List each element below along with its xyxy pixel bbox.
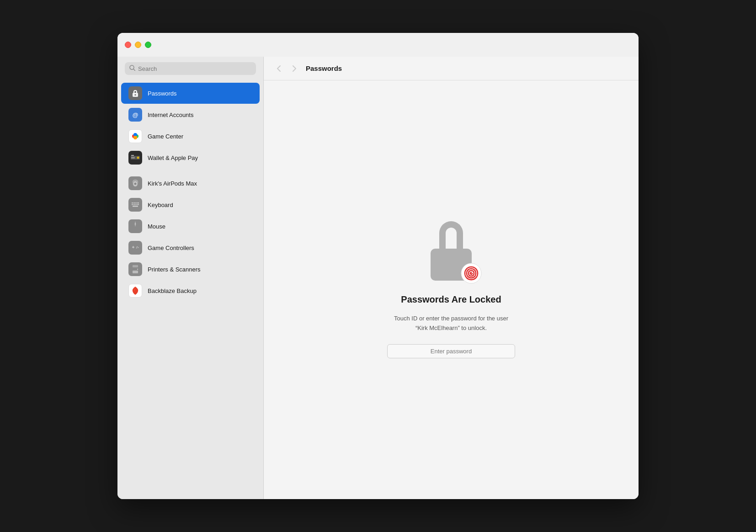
- sidebar-item-label-keyboard: Keyboard: [148, 202, 173, 208]
- sidebar-item-label-mouse: Mouse: [148, 223, 165, 230]
- svg-rect-21: [137, 202, 139, 203]
- sidebar-item-label-game-controllers: Game Controllers: [148, 245, 194, 251]
- backblaze-icon: [128, 284, 142, 298]
- sidebar-item-label-passwords: Passwords: [148, 90, 177, 97]
- game-center-icon: [128, 129, 142, 143]
- password-input[interactable]: [387, 344, 515, 358]
- printers-icon: [128, 262, 142, 276]
- svg-line-1: [133, 69, 135, 71]
- panel-header: Passwords: [264, 57, 639, 80]
- sidebar-divider-1: [117, 169, 263, 172]
- svg-point-9: [133, 136, 137, 139]
- locked-content: Passwords Are Locked Touch ID or enter t…: [264, 80, 639, 499]
- traffic-lights: [125, 42, 151, 48]
- svg-rect-24: [135, 204, 137, 205]
- svg-text:@: @: [133, 112, 138, 118]
- minimize-button[interactable]: [135, 42, 141, 48]
- search-input[interactable]: [138, 65, 251, 72]
- sidebar-item-mouse[interactable]: Mouse: [121, 216, 260, 237]
- svg-rect-35: [133, 271, 138, 273]
- svg-rect-36: [137, 269, 138, 270]
- sidebar-item-wallet[interactable]: Wallet & Apple Pay: [121, 147, 260, 168]
- password-input-wrapper: [387, 344, 515, 358]
- svg-rect-19: [133, 202, 135, 203]
- svg-point-3: [135, 94, 136, 96]
- locked-title: Passwords Are Locked: [401, 294, 501, 305]
- sidebar-list: Passwords @ Internet Accounts: [117, 79, 263, 499]
- svg-point-32: [136, 248, 137, 249]
- airpods-icon: [128, 176, 142, 190]
- sidebar-item-game-center[interactable]: Game Center: [121, 126, 260, 147]
- passwords-icon: [128, 86, 142, 100]
- lock-shackle: [439, 221, 463, 249]
- forward-button[interactable]: [288, 63, 300, 74]
- svg-rect-20: [135, 202, 137, 203]
- svg-point-27: [135, 223, 136, 225]
- wallet-icon: [128, 151, 142, 165]
- close-button[interactable]: [125, 42, 131, 48]
- sidebar-item-label-printers: Printers & Scanners: [148, 266, 201, 273]
- svg-rect-22: [132, 204, 133, 205]
- maximize-button[interactable]: [145, 42, 151, 48]
- sidebar-item-keyboard[interactable]: Keyboard: [121, 194, 260, 215]
- svg-rect-13: [131, 157, 135, 159]
- sidebar-item-label-wallet: Wallet & Apple Pay: [148, 154, 198, 161]
- sidebar-item-label-internet-accounts: Internet Accounts: [148, 112, 193, 118]
- sidebar-item-backblaze[interactable]: Backblaze Backup: [121, 280, 260, 301]
- svg-point-31: [138, 247, 139, 248]
- main-window: Passwords @ Internet Accounts: [117, 33, 639, 499]
- sidebar-item-game-controllers[interactable]: Game Controllers: [121, 237, 260, 258]
- sidebar-item-airpods[interactable]: Kirk's AirPods Max: [121, 173, 260, 194]
- sidebar-item-label-airpods: Kirk's AirPods Max: [148, 180, 197, 187]
- svg-rect-25: [137, 204, 139, 205]
- panel-title: Passwords: [306, 64, 342, 72]
- back-button[interactable]: [273, 63, 285, 74]
- game-controllers-icon: [128, 241, 142, 255]
- sidebar-item-internet-accounts[interactable]: @ Internet Accounts: [121, 104, 260, 125]
- svg-rect-34: [133, 265, 138, 267]
- internet-accounts-icon: @: [128, 108, 142, 122]
- svg-rect-29: [133, 246, 134, 248]
- mouse-icon: [128, 219, 142, 233]
- svg-point-14: [137, 157, 139, 159]
- svg-point-37: [461, 263, 481, 283]
- svg-rect-26: [133, 206, 138, 207]
- svg-point-16: [134, 183, 137, 185]
- sidebar-item-label-game-center: Game Center: [148, 133, 183, 140]
- sidebar-item-label-backblaze: Backblaze Backup: [148, 287, 197, 294]
- sidebar: Passwords @ Internet Accounts: [117, 57, 264, 499]
- titlebar: [117, 33, 639, 57]
- search-bar[interactable]: [125, 62, 256, 75]
- locked-description: Touch ID or enter the password for the u…: [394, 314, 508, 333]
- sidebar-item-passwords[interactable]: Passwords: [121, 83, 260, 104]
- svg-rect-12: [131, 155, 134, 156]
- search-icon: [129, 65, 135, 72]
- sidebar-item-printers[interactable]: Printers & Scanners: [121, 259, 260, 280]
- keyboard-icon: [128, 198, 142, 212]
- svg-rect-18: [132, 202, 133, 203]
- content-area: Passwords @ Internet Accounts: [117, 57, 639, 499]
- svg-point-30: [137, 246, 138, 247]
- fingerprint-badge: [460, 262, 482, 284]
- lock-graphic: [424, 221, 479, 281]
- main-panel: Passwords: [264, 57, 639, 499]
- svg-rect-23: [133, 204, 135, 205]
